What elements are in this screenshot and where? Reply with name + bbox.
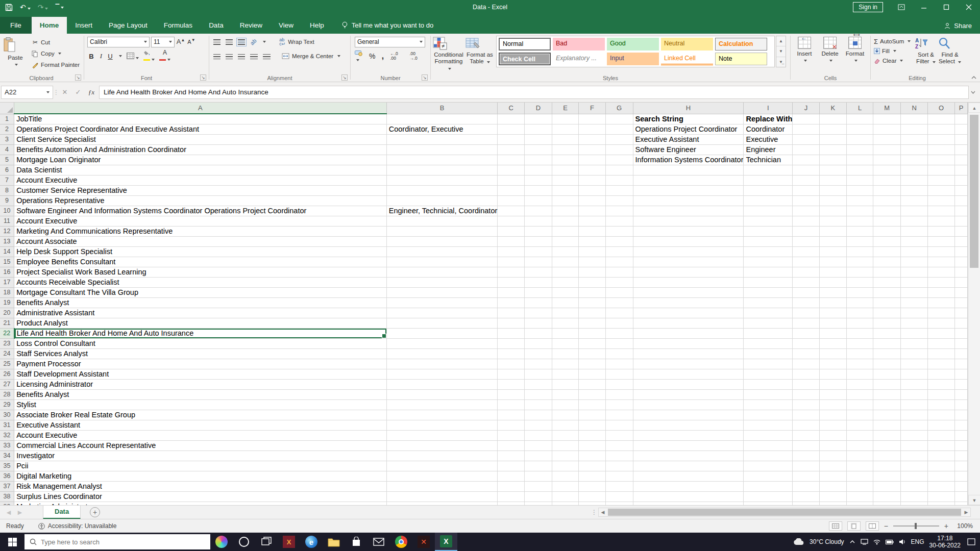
cell-A32[interactable]: Account Executive [14, 430, 387, 440]
cell-G17[interactable] [605, 277, 633, 287]
cell-E10[interactable] [552, 206, 579, 216]
cell-P30[interactable] [954, 410, 967, 420]
cell-E12[interactable] [552, 226, 579, 236]
cell-O4[interactable] [927, 144, 954, 155]
cell-E38[interactable] [552, 491, 579, 502]
cell-E32[interactable] [552, 430, 579, 440]
cell-O7[interactable] [927, 175, 954, 185]
italic-button[interactable]: I [99, 52, 103, 60]
cell-B15[interactable] [386, 257, 498, 267]
cell-H16[interactable] [633, 267, 744, 277]
row-header-13[interactable]: 13 [0, 236, 14, 246]
cell-D5[interactable] [525, 155, 552, 165]
row-header-33[interactable]: 33 [0, 440, 14, 450]
style-chip-input[interactable]: Input [607, 53, 659, 65]
cell-M12[interactable] [873, 226, 901, 236]
cell-P31[interactable] [954, 420, 967, 430]
cell-D26[interactable] [525, 369, 552, 379]
cell-C31[interactable] [498, 420, 525, 430]
cell-H38[interactable] [633, 491, 744, 502]
cell-L25[interactable] [847, 359, 873, 369]
cell-B28[interactable] [386, 389, 498, 399]
cell-E19[interactable] [552, 297, 579, 308]
enter-icon[interactable]: ✓ [71, 88, 85, 96]
cell-D39[interactable] [525, 502, 552, 505]
cell-D14[interactable] [525, 246, 552, 257]
ribbon-tab-insert[interactable]: Insert [67, 17, 101, 34]
cell-I9[interactable] [744, 195, 793, 206]
cell-F4[interactable] [579, 144, 605, 155]
cell-I35[interactable] [744, 461, 793, 471]
cell-P26[interactable] [954, 369, 967, 379]
cell-F23[interactable] [579, 338, 605, 348]
cell-J14[interactable] [793, 246, 819, 257]
cell-G28[interactable] [605, 389, 633, 399]
row-header-6[interactable]: 6 [0, 165, 14, 175]
cell-I10[interactable] [744, 206, 793, 216]
cell-I12[interactable] [744, 226, 793, 236]
cell-B37[interactable] [386, 481, 498, 491]
cell-C19[interactable] [498, 297, 525, 308]
cell-P11[interactable] [954, 216, 967, 226]
cell-I19[interactable] [744, 297, 793, 308]
cell-A4[interactable]: Benefits Automation And Administration C… [14, 144, 387, 155]
cell-D29[interactable] [525, 399, 552, 410]
gallery-down-icon[interactable]: ▼ [776, 46, 786, 57]
cell-G3[interactable] [605, 134, 633, 144]
cell-J32[interactable] [793, 430, 819, 440]
cell-M3[interactable] [873, 134, 901, 144]
cell-L4[interactable] [847, 144, 873, 155]
number-format-select[interactable]: General [355, 37, 425, 47]
cell-D4[interactable] [525, 144, 552, 155]
column-header-L[interactable]: L [847, 103, 873, 114]
cell-F32[interactable] [579, 430, 605, 440]
cell-A38[interactable]: Surplus Lines Coordinator [14, 491, 387, 502]
cell-O32[interactable] [927, 430, 954, 440]
cell-A18[interactable]: Mortgage Consultant The Villa Group [14, 287, 387, 297]
cell-H12[interactable] [633, 226, 744, 236]
cell-A3[interactable]: Client Service Specialist [14, 134, 387, 144]
cell-E37[interactable] [552, 481, 579, 491]
cell-B5[interactable] [386, 155, 498, 165]
cell-M35[interactable] [873, 461, 901, 471]
cell-H1[interactable]: Search String [633, 114, 744, 124]
cell-K12[interactable] [819, 226, 846, 236]
cell-B9[interactable] [386, 195, 498, 206]
cell-J25[interactable] [793, 359, 819, 369]
cell-L11[interactable] [847, 216, 873, 226]
cell-K4[interactable] [819, 144, 846, 155]
cell-B1[interactable] [386, 114, 498, 124]
cell-C32[interactable] [498, 430, 525, 440]
column-header-E[interactable]: E [552, 103, 579, 114]
cell-N27[interactable] [901, 379, 928, 389]
cell-J4[interactable] [793, 144, 819, 155]
cell-P32[interactable] [954, 430, 967, 440]
shrink-font-button[interactable]: A▼ [187, 38, 196, 45]
style-chip-note[interactable]: Note [715, 53, 767, 65]
gallery-up-icon[interactable]: ▲ [776, 36, 786, 46]
style-chip-bad[interactable]: Bad [553, 38, 605, 51]
cell-K16[interactable] [819, 267, 846, 277]
ribbon-display-options-icon[interactable] [890, 0, 913, 14]
cell-L14[interactable] [847, 246, 873, 257]
row-header-7[interactable]: 7 [0, 175, 14, 185]
cell-M9[interactable] [873, 195, 901, 206]
cell-B39[interactable] [386, 502, 498, 505]
cell-M8[interactable] [873, 185, 901, 195]
cell-P37[interactable] [954, 481, 967, 491]
cell-O27[interactable] [927, 379, 954, 389]
orientation-dropdown[interactable] [263, 41, 266, 43]
cell-M31[interactable] [873, 420, 901, 430]
cell-I15[interactable] [744, 257, 793, 267]
cell-A25[interactable]: Payment Processor [14, 359, 387, 369]
cell-D27[interactable] [525, 379, 552, 389]
cell-I31[interactable] [744, 420, 793, 430]
cell-H7[interactable] [633, 175, 744, 185]
cell-C15[interactable] [498, 257, 525, 267]
cell-I39[interactable] [744, 502, 793, 505]
cell-H32[interactable] [633, 430, 744, 440]
cell-M21[interactable] [873, 318, 901, 328]
cell-A34[interactable]: Investigator [14, 450, 387, 461]
cell-F7[interactable] [579, 175, 605, 185]
cell-M30[interactable] [873, 410, 901, 420]
